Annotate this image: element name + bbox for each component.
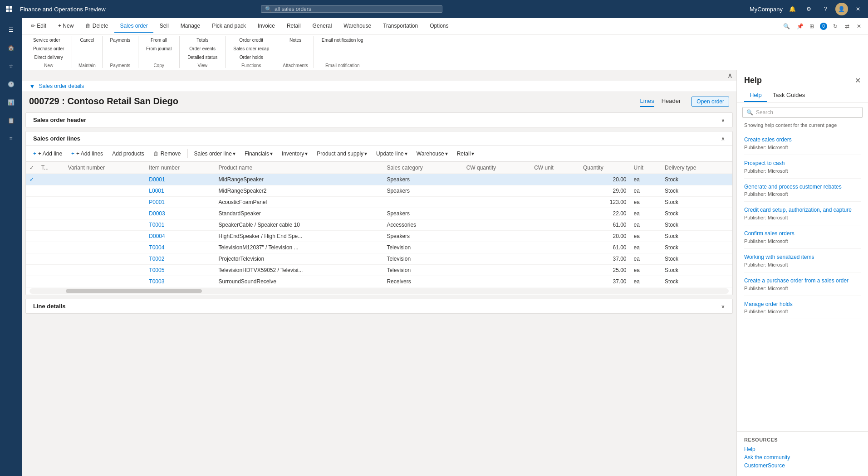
ribbon-tab-warehouse[interactable]: Warehouse	[338, 20, 377, 33]
table-row[interactable]: T0003 SurroundSoundReceive Receivers 37.…	[26, 276, 732, 287]
row-check[interactable]	[26, 253, 38, 265]
app-grid-icon[interactable]	[4, 4, 15, 15]
ribbon-tab-general[interactable]: General	[307, 20, 338, 33]
ribbon-item-direct-delivery[interactable]: Direct delivery	[31, 53, 66, 61]
ribbon-tab-pick-and-pack[interactable]: Pick and pack	[206, 20, 251, 33]
ribbon-search-icon[interactable]: 🔍	[783, 23, 790, 29]
ribbon-item-cancel[interactable]: Cancel	[78, 36, 96, 44]
horizontal-scrollbar-thumb[interactable]	[66, 289, 202, 293]
line-details-header[interactable]: Line details ∨	[26, 299, 732, 313]
help-item-title[interactable]: Confirm sales orders	[744, 230, 861, 238]
row-item-number[interactable]: P0001	[145, 197, 215, 208]
ribbon-item-service-order[interactable]: Service order	[31, 36, 62, 44]
remove-button[interactable]: 🗑 Remove	[150, 149, 185, 159]
ribbon-item-sales-order-recap[interactable]: Sales order recap	[231, 45, 271, 53]
help-close-button[interactable]: ✕	[855, 76, 861, 85]
add-products-button[interactable]: Add products	[108, 149, 148, 159]
ribbon-action-badge[interactable]: 0	[818, 21, 829, 32]
row-check[interactable]: ✓	[26, 174, 38, 185]
ribbon-item-from-journal[interactable]: From journal	[144, 45, 174, 53]
financials-menu[interactable]: Financials ▾	[241, 149, 276, 159]
ribbon-tab-sell[interactable]: Sell	[154, 20, 174, 33]
ribbon-item-totals[interactable]: Totals	[185, 36, 220, 44]
ribbon-action-expand[interactable]: ⊞	[806, 21, 817, 32]
row-check[interactable]	[26, 265, 38, 276]
ribbon-item-purchase-order[interactable]: Purchase order	[31, 45, 66, 53]
sales-order-lines-section-header[interactable]: Sales order lines ∧	[26, 131, 732, 146]
help-item-title[interactable]: Create sales orders	[744, 136, 861, 144]
ribbon-tab-transportation[interactable]: Transportation	[378, 20, 423, 33]
table-row[interactable]: T0005 TelevisionHDTVX59052 / Televisi...…	[26, 265, 732, 276]
sidebar-item-home[interactable]: ☰	[3, 22, 19, 38]
breadcrumb[interactable]: Sales order details	[39, 83, 84, 89]
row-check[interactable]	[26, 197, 38, 208]
table-row[interactable]: P0001 AcousticFoamPanel 123.00 ea Stock	[26, 197, 732, 208]
table-row[interactable]: ✓ D0001 MidRangeSpeaker Speakers 20.00 e…	[26, 174, 732, 185]
help-item-title[interactable]: Manage order holds	[744, 301, 861, 308]
help-resource-ask-community[interactable]: Ask the community	[744, 454, 861, 461]
ribbon-item-payments[interactable]: Payments	[108, 36, 132, 44]
sidebar-item-workspaces[interactable]: 📊	[3, 94, 19, 111]
row-item-number[interactable]: T0001	[145, 219, 215, 231]
update-line-menu[interactable]: Update line ▾	[373, 149, 411, 159]
table-row[interactable]: D0003 StandardSpeaker Speakers 22.00 ea …	[26, 208, 732, 219]
ribbon-action-refresh[interactable]: ↻	[830, 21, 841, 32]
table-row[interactable]: D0004 HighEndSpeaker / High End Spe... S…	[26, 231, 732, 242]
ribbon-action-close[interactable]: ✕	[853, 21, 864, 32]
sidebar-item-hamburger[interactable]: ≡	[3, 131, 19, 147]
form-tab-header[interactable]: Header	[662, 96, 681, 107]
help-search-box[interactable]: 🔍	[742, 107, 863, 118]
row-item-number[interactable]: D0001	[145, 174, 215, 185]
sales-order-header-section-header[interactable]: Sales order header ∨	[26, 113, 732, 127]
retail-menu[interactable]: Retail ▾	[453, 149, 478, 159]
ribbon-tab-edit[interactable]: ✏ Edit	[25, 20, 52, 33]
ribbon-tab-sales-order[interactable]: Sales order	[114, 20, 153, 33]
product-and-supply-menu[interactable]: Product and supply ▾	[313, 149, 371, 159]
help-item-title[interactable]: Working with serialized items	[744, 253, 861, 261]
horizontal-scrollbar[interactable]	[29, 288, 729, 294]
help-tab-task-guides[interactable]: Task Guides	[767, 89, 811, 102]
help-item-title[interactable]: Generate and process customer rebates	[744, 183, 861, 191]
help-resource-customer-source[interactable]: CustomerSource	[744, 462, 861, 469]
ribbon-tab-retail[interactable]: Retail	[281, 20, 306, 33]
ribbon-tab-delete[interactable]: 🗑 Delete	[80, 20, 113, 33]
warehouse-menu[interactable]: Warehouse ▾	[413, 149, 451, 159]
table-row[interactable]: T0001 SpeakerCable / Speaker cable 10 Ac…	[26, 219, 732, 231]
row-item-number[interactable]: T0004	[145, 242, 215, 253]
ribbon-item-order-holds[interactable]: Order holds	[231, 53, 271, 61]
row-item-number[interactable]: L0001	[145, 185, 215, 197]
ribbon-tab-invoice[interactable]: Invoice	[252, 20, 280, 33]
row-item-number[interactable]: D0004	[145, 231, 215, 242]
ribbon-item-email-notification-log[interactable]: Email notification log	[319, 36, 366, 44]
row-check[interactable]	[26, 276, 38, 287]
sidebar-item-favorites[interactable]: ☆	[3, 58, 19, 74]
help-item-title[interactable]: Prospect to cash	[744, 160, 861, 167]
row-check[interactable]	[26, 231, 38, 242]
row-item-number[interactable]: T0002	[145, 253, 215, 265]
help-item-title[interactable]: Create a purchase order from a sales ord…	[744, 277, 861, 285]
help-icon[interactable]: ?	[819, 3, 832, 15]
ribbon-item-detailed-status[interactable]: Detailed status	[185, 53, 220, 61]
help-tab-help[interactable]: Help	[744, 89, 767, 102]
row-check[interactable]	[26, 242, 38, 253]
global-search-input[interactable]	[275, 6, 438, 12]
ribbon-item-from-all[interactable]: From all	[144, 36, 174, 44]
close-icon[interactable]: ✕	[852, 3, 864, 15]
user-avatar[interactable]: 👤	[835, 3, 848, 15]
ribbon-tab-new[interactable]: + New	[53, 20, 79, 33]
row-check[interactable]	[26, 185, 38, 197]
form-tab-lines[interactable]: Lines	[640, 96, 654, 107]
ribbon-item-notes[interactable]: Notes	[283, 36, 308, 44]
ribbon-action-sync[interactable]: ⇄	[842, 21, 853, 32]
ribbon-item-order-events[interactable]: Order events	[185, 45, 220, 53]
ribbon-tab-manage[interactable]: Manage	[175, 20, 206, 33]
inventory-menu[interactable]: Inventory ▾	[278, 149, 311, 159]
row-item-number[interactable]: T0003	[145, 276, 215, 287]
sidebar-item-modules[interactable]: 📋	[3, 112, 19, 129]
table-row[interactable]: T0004 TelevisionM12037" / Television ...…	[26, 242, 732, 253]
row-check[interactable]	[26, 208, 38, 219]
add-lines-button[interactable]: + + Add lines	[68, 149, 107, 159]
row-item-number[interactable]: T0005	[145, 265, 215, 276]
add-line-button[interactable]: + + Add line	[29, 149, 66, 159]
ribbon-item-order-credit[interactable]: Order credit	[231, 36, 271, 44]
